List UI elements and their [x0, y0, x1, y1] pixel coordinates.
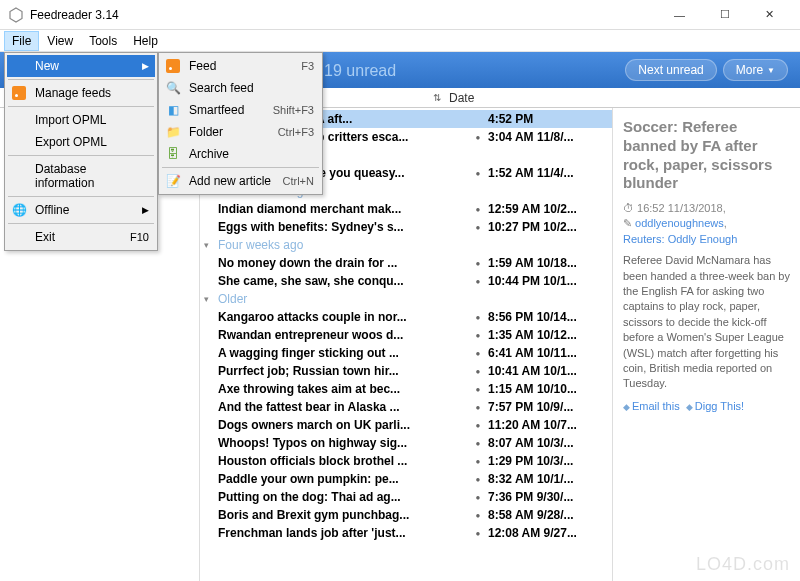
menu-db-info[interactable]: Database information [7, 158, 155, 194]
collapse-icon[interactable]: ▾ [204, 294, 218, 304]
article-date: 1:15 AM 10/10... [488, 382, 608, 396]
article-row[interactable]: Whoops! Typos on highway sig...●8:07 AM … [200, 434, 612, 452]
article-row[interactable]: She came, she saw, she conqu...●10:44 PM… [200, 272, 612, 290]
digg-link[interactable]: Digg This! [695, 400, 744, 412]
submenu-add-article[interactable]: 📝Add new articleCtrl+N [161, 170, 320, 192]
separator [8, 223, 154, 224]
email-link[interactable]: Email this [632, 400, 680, 412]
column-date[interactable]: Date [441, 91, 482, 105]
submenu-feed[interactable]: FeedF3 [161, 55, 320, 77]
more-label: More [736, 63, 763, 77]
article-date: 8:56 PM 10/14... [488, 310, 608, 324]
submenu-folder[interactable]: 📁FolderCtrl+F3 [161, 121, 320, 143]
menu-exit[interactable]: ExitF10 [7, 226, 155, 248]
new-submenu: FeedF3 🔍Search feed ◧SmartfeedShift+F3 📁… [158, 52, 323, 195]
article-row[interactable]: No money down the drain for ...●1:59 AM … [200, 254, 612, 272]
next-unread-label: Next unread [638, 63, 703, 77]
article-row[interactable]: Putting on the dog: Thai ad ag...●7:36 P… [200, 488, 612, 506]
article-date: 1:29 PM 10/3/... [488, 454, 608, 468]
next-unread-button[interactable]: Next unread [625, 59, 716, 81]
article-date: 8:58 AM 9/28/... [488, 508, 608, 522]
menu-import-opml[interactable]: Import OPML [7, 109, 155, 131]
article-row[interactable]: And the fattest bear in Alaska ...●7:57 … [200, 398, 612, 416]
article-title: She came, she saw, she conqu... [218, 274, 468, 288]
submenu-arrow-icon: ▶ [142, 205, 149, 215]
shortcut-label: Ctrl+F3 [278, 126, 314, 138]
article-row[interactable]: A wagging finger sticking out ...●6:41 A… [200, 344, 612, 362]
sort-icon[interactable]: ⇅ [433, 92, 441, 103]
preview-title: Soccer: Referee banned by FA after rock,… [623, 118, 790, 193]
rss-icon [165, 58, 181, 74]
article-date: 8:32 AM 10/1/... [488, 472, 608, 486]
article-row[interactable]: Houston officials block brothel ...●1:29… [200, 452, 612, 470]
menu-new[interactable]: New▶ [7, 55, 155, 77]
window-controls: — ☐ ✕ [657, 1, 792, 29]
shortcut-label: F3 [301, 60, 314, 72]
bullet-icon: ◆ [686, 402, 693, 412]
article-row[interactable]: Kangaroo attacks couple in nor...●8:56 P… [200, 308, 612, 326]
submenu-archive[interactable]: 🗄Archive [161, 143, 320, 165]
article-title: Whoops! Typos on highway sig... [218, 436, 468, 450]
submenu-feed-label: Feed [189, 59, 216, 73]
preview-time: 16:52 11/13/2018, [637, 202, 726, 214]
article-row[interactable]: Dogs owners march on UK parli...●11:20 A… [200, 416, 612, 434]
menu-help[interactable]: Help [125, 31, 166, 51]
watermark: LO4D.com [696, 554, 790, 575]
article-title: Rwandan entrepreneur woos d... [218, 328, 468, 342]
article-date: 3:04 AM 11/8/... [488, 130, 608, 144]
group-label: Older [218, 292, 247, 306]
menu-import-label: Import OPML [35, 113, 106, 127]
group-header[interactable]: ▾Older [200, 290, 612, 308]
svg-marker-0 [10, 8, 22, 22]
menu-view[interactable]: View [39, 31, 81, 51]
article-row[interactable]: Axe throwing takes aim at bec...●1:15 AM… [200, 380, 612, 398]
menu-file[interactable]: File [4, 31, 39, 51]
minimize-button[interactable]: — [657, 1, 702, 29]
submenu-archive-label: Archive [189, 147, 229, 161]
article-date: 10:27 PM 10/2... [488, 220, 608, 234]
window-title: Feedreader 3.14 [30, 8, 657, 22]
article-row[interactable]: Purrfect job; Russian town hir...●10:41 … [200, 362, 612, 380]
separator [8, 79, 154, 80]
menu-offline[interactable]: 🌐Offline▶ [7, 199, 155, 221]
close-button[interactable]: ✕ [747, 1, 792, 29]
maximize-button[interactable]: ☐ [702, 1, 747, 29]
preview-author-link[interactable]: oddlyenoughnews [635, 217, 724, 229]
menu-export-opml[interactable]: Export OPML [7, 131, 155, 153]
menu-export-label: Export OPML [35, 135, 107, 149]
group-header[interactable]: ▾Four weeks ago [200, 236, 612, 254]
article-row[interactable]: Paddle your own pumpkin: pe...●8:32 AM 1… [200, 470, 612, 488]
article-title: Purrfect job; Russian town hir... [218, 364, 468, 378]
clock-icon: ⏱ [623, 202, 634, 214]
bullet-icon: ◆ [623, 402, 630, 412]
article-date: 10:41 AM 10/1... [488, 364, 608, 378]
menu-tools[interactable]: Tools [81, 31, 125, 51]
article-title: No money down the drain for ... [218, 256, 468, 270]
submenu-smartfeed[interactable]: ◧SmartfeedShift+F3 [161, 99, 320, 121]
article-date: 7:36 PM 9/30/... [488, 490, 608, 504]
more-button[interactable]: More▼ [723, 59, 788, 81]
article-row[interactable]: Frenchman lands job after 'just...●12:08… [200, 524, 612, 542]
article-date: 1:35 AM 10/12... [488, 328, 608, 342]
article-row[interactable]: Boris and Brexit gym punchbag...●8:58 AM… [200, 506, 612, 524]
article-title: Boris and Brexit gym punchbag... [218, 508, 468, 522]
file-menu-dropdown: New▶ Manage feeds Import OPML Export OPM… [4, 52, 158, 251]
separator [8, 155, 154, 156]
menu-manage-feeds[interactable]: Manage feeds [7, 82, 155, 104]
article-date: 12:08 AM 9/27... [488, 526, 608, 540]
article-row[interactable]: Eggs with benefits: Sydney's s...●10:27 … [200, 218, 612, 236]
shortcut-label: Shift+F3 [273, 104, 314, 116]
separator [8, 106, 154, 107]
preview-source-link[interactable]: Reuters: Oddly Enough [623, 233, 737, 245]
article-date: 8:07 AM 10/3/... [488, 436, 608, 450]
article-icon: 📝 [165, 173, 181, 189]
submenu-search-feed[interactable]: 🔍Search feed [161, 77, 320, 99]
article-row[interactable]: Rwandan entrepreneur woos d...●1:35 AM 1… [200, 326, 612, 344]
preview-actions: ◆Email this ◆Digg This! [623, 400, 790, 412]
article-row[interactable]: Indian diamond merchant mak...●12:59 AM … [200, 200, 612, 218]
submenu-search-label: Search feed [189, 81, 254, 95]
folder-icon: 📁 [165, 124, 181, 140]
collapse-icon[interactable]: ▾ [204, 240, 218, 250]
menu-exit-label: Exit [35, 230, 55, 244]
article-title: Kangaroo attacks couple in nor... [218, 310, 468, 324]
